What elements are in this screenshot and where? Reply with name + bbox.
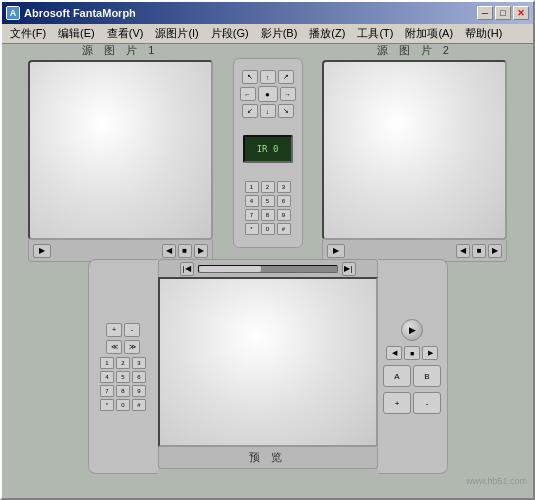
right-sq-btn4[interactable]: -	[413, 392, 441, 414]
minimize-button[interactable]: ─	[477, 6, 493, 20]
maximize-button[interactable]: □	[495, 6, 511, 20]
preview-image-panel[interactable]	[158, 277, 378, 447]
dir-down[interactable]: ↓	[260, 104, 276, 118]
source1-image-area	[30, 62, 211, 238]
display-value: IR 0	[257, 144, 279, 154]
preview-progress-bar[interactable]	[198, 265, 338, 273]
left-btn-2[interactable]: -	[124, 323, 140, 337]
left-num-9[interactable]: 9	[132, 385, 146, 397]
dir-row-mid: ← ● →	[240, 86, 296, 102]
preview-bottom-bar: 预 览	[158, 447, 378, 469]
source2-label: 源 图 片 2	[377, 43, 453, 58]
lcd-display: IR 0	[243, 135, 293, 163]
num-9[interactable]: 9	[277, 209, 291, 221]
right-btn-1[interactable]: ◀	[386, 346, 402, 360]
left-num-star[interactable]: *	[100, 399, 114, 411]
source1-btn3[interactable]: ▶	[194, 244, 208, 258]
preview-play-button[interactable]: ▶	[401, 319, 423, 341]
direction-controls: ↖ ↑ ↗ ← ● → ↙ ↓ ↘	[240, 70, 296, 118]
source2-btn3[interactable]: ▶	[488, 244, 502, 258]
left-num-0[interactable]: 0	[116, 399, 130, 411]
source2-small-buttons: ◀ ■ ▶	[456, 244, 502, 258]
menu-edit[interactable]: 编辑(E)	[52, 24, 101, 43]
source1-panel-container: 源 图 片 1 ▶ ◀ ■ ▶	[8, 43, 233, 262]
source2-image-panel[interactable]	[322, 60, 507, 240]
close-button[interactable]: ✕	[513, 6, 529, 20]
main-window: A Abrosoft FantaMorph ─ □ ✕ 文件(F) 编辑(E) …	[0, 0, 535, 500]
dir-down-right[interactable]: ↘	[278, 104, 294, 118]
left-num-5[interactable]: 5	[116, 371, 130, 383]
left-num-hash[interactable]: #	[132, 399, 146, 411]
menu-source-image[interactable]: 源图片(I)	[149, 24, 204, 43]
source2-btn1[interactable]: ◀	[456, 244, 470, 258]
num-2[interactable]: 2	[261, 181, 275, 193]
source1-btn1[interactable]: ◀	[162, 244, 176, 258]
menu-file[interactable]: 文件(F)	[4, 24, 52, 43]
menu-playback[interactable]: 播放(Z)	[303, 24, 351, 43]
num-8[interactable]: 8	[261, 209, 275, 221]
menu-movie[interactable]: 影片(B)	[255, 24, 304, 43]
left-num-6[interactable]: 6	[132, 371, 146, 383]
num-3[interactable]: 3	[277, 181, 291, 193]
menu-tools[interactable]: 工具(T)	[351, 24, 399, 43]
watermark: www.hb51.com	[8, 476, 527, 486]
dir-center[interactable]: ●	[258, 86, 278, 102]
source2-play-button[interactable]: ▶	[327, 244, 345, 258]
source1-play-button[interactable]: ▶	[33, 244, 51, 258]
right-btn-3[interactable]: ▶	[422, 346, 438, 360]
right-sq-btn1[interactable]: A	[383, 365, 411, 387]
num-star[interactable]: *	[245, 223, 259, 235]
source1-label: 源 图 片 1	[82, 43, 158, 58]
num-5[interactable]: 5	[261, 195, 275, 207]
right-btn-2[interactable]: ■	[404, 346, 420, 360]
title-bar: A Abrosoft FantaMorph ─ □ ✕	[2, 2, 533, 24]
menu-segment[interactable]: 片段(G)	[205, 24, 255, 43]
right-double-btn-group2: + -	[383, 392, 441, 414]
num-0[interactable]: 0	[261, 223, 275, 235]
source1-image-panel[interactable]	[28, 60, 213, 240]
left-num-4[interactable]: 4	[100, 371, 114, 383]
right-sq-btn2[interactable]: B	[413, 365, 441, 387]
left-num-2[interactable]: 2	[116, 357, 130, 369]
num-7[interactable]: 7	[245, 209, 259, 221]
menu-addons[interactable]: 附加项(A)	[399, 24, 459, 43]
main-content: 源 图 片 1 ▶ ◀ ■ ▶ ↖	[2, 44, 533, 498]
left-ctrl-row2: ≪ ≫	[106, 340, 140, 354]
dir-down-left[interactable]: ↙	[242, 104, 258, 118]
left-btn-3[interactable]: ≪	[106, 340, 122, 354]
right-sq-btn3[interactable]: +	[383, 392, 411, 414]
source2-image-area	[324, 62, 505, 238]
bottom-controls-left: + - ≪ ≫ 1 2 3 4 5 6 7 8 9	[88, 259, 158, 474]
dir-up-left[interactable]: ↖	[242, 70, 258, 84]
left-num-7[interactable]: 7	[100, 385, 114, 397]
menu-help[interactable]: 帮助(H)	[459, 24, 508, 43]
source1-btn2[interactable]: ■	[178, 244, 192, 258]
preview-nav-btn2[interactable]: ▶|	[342, 262, 356, 276]
num-6[interactable]: 6	[277, 195, 291, 207]
dir-right[interactable]: →	[280, 87, 296, 101]
dir-row-bot: ↙ ↓ ↘	[242, 104, 294, 118]
num-1[interactable]: 1	[245, 181, 259, 193]
progress-fill	[199, 266, 261, 272]
dir-left[interactable]: ←	[240, 87, 256, 101]
preview-top-bar: |◀ ▶|	[158, 259, 378, 277]
left-num-8[interactable]: 8	[116, 385, 130, 397]
left-btn-1[interactable]: +	[106, 323, 122, 337]
app-icon: A	[6, 6, 20, 20]
left-num-1[interactable]: 1	[100, 357, 114, 369]
preview-label: 预 览	[249, 450, 286, 465]
dir-up[interactable]: ↑	[260, 70, 276, 84]
dir-row-top: ↖ ↑ ↗	[242, 70, 294, 84]
menu-view[interactable]: 查看(V)	[101, 24, 150, 43]
preview-image-area	[160, 279, 376, 445]
dir-up-right[interactable]: ↗	[278, 70, 294, 84]
left-num-3[interactable]: 3	[132, 357, 146, 369]
source2-btn2[interactable]: ■	[472, 244, 486, 258]
num-hash[interactable]: #	[277, 223, 291, 235]
left-num-grid: 1 2 3 4 5 6 7 8 9 * 0 #	[100, 357, 146, 411]
num-grid: 1 2 3 4 5 6 7 8 9 * 0 #	[245, 181, 291, 235]
num-4[interactable]: 4	[245, 195, 259, 207]
top-panels: 源 图 片 1 ▶ ◀ ■ ▶ ↖	[8, 50, 527, 255]
preview-nav-btn1[interactable]: |◀	[180, 262, 194, 276]
left-btn-4[interactable]: ≫	[124, 340, 140, 354]
